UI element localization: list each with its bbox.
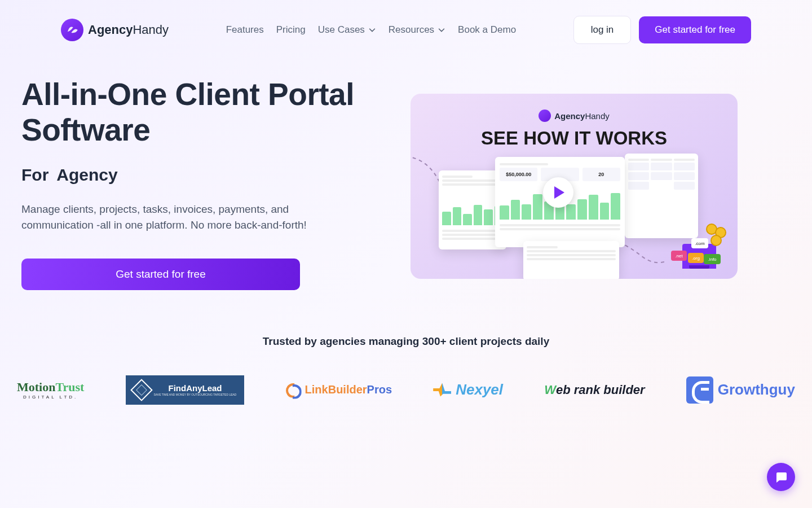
primary-nav: Features Pricing Use Cases Resources Boo… <box>226 24 516 36</box>
chat-launcher-button[interactable] <box>767 463 795 491</box>
video-headline: SEE HOW IT WORKS <box>433 128 715 149</box>
nav-use-cases[interactable]: Use Cases <box>318 24 376 36</box>
brand-logo[interactable]: AgencyHandy <box>61 19 169 41</box>
play-video-button[interactable] <box>543 177 573 208</box>
nav-book-demo[interactable]: Book a Demo <box>458 24 516 36</box>
product-video-card[interactable]: AgencyHandy SEE HOW IT WORKS <box>411 94 738 279</box>
client-logo-webrankbuilder: Web rank builder <box>544 376 645 404</box>
hero-subtitle: ForAgency <box>21 165 382 185</box>
get-started-header-button[interactable]: Get started for free <box>639 16 751 43</box>
chevron-down-icon <box>438 26 445 34</box>
brand-logo-icon <box>61 19 83 41</box>
nav-pricing[interactable]: Pricing <box>276 24 306 36</box>
trusted-by-section: Trusted by agencies managing 300+ client… <box>0 335 812 404</box>
login-button[interactable]: log in <box>573 16 632 44</box>
site-header: AgencyHandy Features Pricing Use Cases R… <box>0 0 812 60</box>
hero-description: Manage clients, projects, tasks, invoice… <box>21 202 354 234</box>
mock-list-panel <box>523 241 619 279</box>
hero-title: All-in-One Client Portal Software <box>21 77 382 148</box>
client-logo-linkbuilderpros: LinkBuilderPros <box>286 376 392 404</box>
video-brand-logo-icon <box>539 110 551 122</box>
play-icon <box>554 186 564 199</box>
get-started-hero-button[interactable]: Get started for free <box>21 259 300 290</box>
header-actions: log in Get started for free <box>573 16 751 44</box>
client-logo-findanylead: FindAnyLead SAVE TIME AND MONEY BY OUTSO… <box>126 376 245 404</box>
client-logos-row: MotionTrust DIGITAL LTD. FindAnyLead SAV… <box>17 376 795 404</box>
hero-section: All-in-One Client Portal Software ForAge… <box>0 60 812 290</box>
chat-icon <box>774 470 788 484</box>
client-logo-growthguy: Growthguy <box>686 376 795 404</box>
trusted-title: Trusted by agencies managing 300+ client… <box>17 335 795 348</box>
nav-features[interactable]: Features <box>226 24 264 36</box>
chevron-down-icon <box>368 26 376 34</box>
domain-illustration: .net .org .info .com <box>671 224 727 269</box>
client-logo-nexyel: Nexyel <box>433 376 503 404</box>
video-brand-logo: AgencyHandy <box>433 110 715 122</box>
brand-logo-text: AgencyHandy <box>88 23 169 37</box>
client-logo-motiontrust: MotionTrust DIGITAL LTD. <box>17 376 84 404</box>
nav-resources[interactable]: Resources <box>389 24 445 36</box>
